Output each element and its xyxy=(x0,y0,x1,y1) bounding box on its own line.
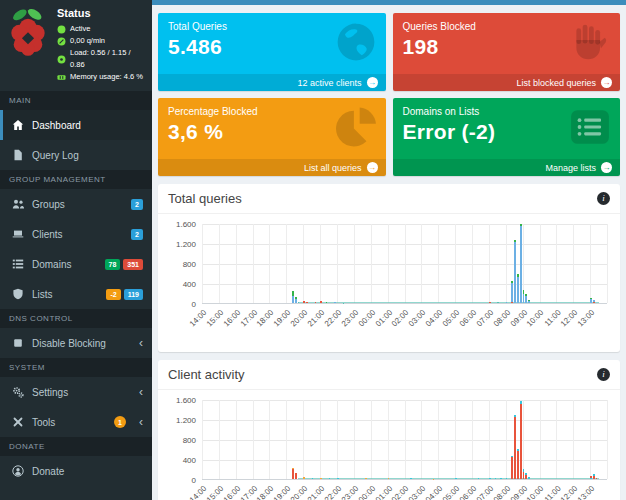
card-footer-link-domains-on-lists[interactable]: Manage lists→ xyxy=(393,159,621,176)
bar xyxy=(525,294,527,303)
pihole-admin-dashboard: Status Active0,00 q/minLoad: 0.56 / 1.15… xyxy=(0,0,626,500)
chevron-left-icon: ‹ xyxy=(139,416,143,428)
chart-panels: Total queriesi14:0015:0016:0017:0018:001… xyxy=(158,184,620,500)
bar xyxy=(334,302,336,303)
bar xyxy=(593,474,595,479)
bar xyxy=(523,290,525,303)
badge-group: 2 xyxy=(131,199,143,210)
y-axis-tick-label: 1.200 xyxy=(166,240,196,249)
card-domains-on-lists: Domains on ListsError (-2)Manage lists→ xyxy=(393,98,621,176)
gridline-vertical xyxy=(354,400,355,479)
bar xyxy=(520,224,522,303)
gridline-vertical xyxy=(590,224,591,303)
bar xyxy=(593,300,595,303)
status-item: 0,00 q/min xyxy=(57,35,146,47)
card-footer-link-queries-blocked[interactable]: List blocked queries→ xyxy=(393,74,621,91)
bar xyxy=(478,478,480,479)
sidebar-item-label: Donate xyxy=(32,466,64,477)
sidebar-item-groups[interactable]: Groups2 xyxy=(0,189,152,219)
bar-segment xyxy=(489,302,491,303)
bar xyxy=(303,477,305,479)
bar xyxy=(590,476,592,479)
sidebar-item-lists[interactable]: Lists-2119 xyxy=(0,279,152,309)
bar xyxy=(295,297,297,304)
gridline-vertical xyxy=(405,224,406,303)
baseline-activity-strip xyxy=(298,478,599,479)
main-content: Total Queries5.48612 active clients→Quer… xyxy=(152,5,626,500)
sidebar-item-clients[interactable]: Clients2 xyxy=(0,219,152,249)
bar xyxy=(433,479,435,480)
bar-segment xyxy=(388,478,390,479)
info-icon[interactable]: i xyxy=(597,368,610,381)
bar xyxy=(514,415,516,479)
status-badge: 1 xyxy=(114,416,126,428)
bar-segment xyxy=(295,473,297,479)
bar-segment xyxy=(520,404,522,480)
pie-chart-icon xyxy=(335,106,377,148)
bar-segment xyxy=(514,242,516,304)
bar xyxy=(320,301,322,303)
gridline-vertical xyxy=(320,400,321,479)
status-items: Active0,00 q/minLoad: 0.56 / 1.15 / 0.86… xyxy=(57,23,146,83)
chevron-left-icon: ‹ xyxy=(139,386,143,398)
gridline-vertical xyxy=(421,224,422,303)
badge-group: 1 xyxy=(114,416,126,428)
bar xyxy=(320,478,322,479)
bar-segment xyxy=(478,478,480,479)
bar-segment xyxy=(506,478,508,479)
card-footer-link-total-queries[interactable]: 12 active clients→ xyxy=(158,74,386,91)
bar xyxy=(303,301,305,303)
bar-segment xyxy=(511,283,513,302)
badge-group: 78351 xyxy=(105,259,143,270)
sidebar-section-header: GROUP MANAGEMENT xyxy=(0,170,152,189)
sidebar-section-header: MAIN xyxy=(0,91,152,110)
bar-segment xyxy=(320,478,322,479)
bar xyxy=(514,240,516,303)
bar xyxy=(343,303,345,304)
gridline-vertical xyxy=(607,400,608,479)
gridline-vertical xyxy=(269,224,270,303)
panel-total-queries-over-time: Total queriesi14:0015:0016:0017:0018:001… xyxy=(158,184,620,352)
sidebar-item-query-log[interactable]: Query Log xyxy=(0,140,152,170)
sidebar-item-donate[interactable]: Donate xyxy=(0,456,152,486)
gridline-vertical xyxy=(523,400,524,479)
bar xyxy=(590,298,592,303)
gridline-vertical xyxy=(236,400,237,479)
sidebar-item-domains[interactable]: Domains78351 xyxy=(0,249,152,279)
plot-area: 14:0015:0016:0017:0018:0019:0020:0021:00… xyxy=(202,224,607,304)
gridline-vertical xyxy=(506,400,507,479)
info-icon[interactable]: i xyxy=(597,192,610,205)
sidebar-item-disable-blocking[interactable]: Disable Blocking‹ xyxy=(0,328,152,358)
plot-area: 14:0015:0016:0017:0018:0019:0020:0021:00… xyxy=(202,400,607,480)
gridline-vertical xyxy=(371,224,372,303)
status-badge: 78 xyxy=(105,259,121,270)
bar xyxy=(365,478,367,479)
arrow-circle-right-icon: → xyxy=(601,77,612,88)
gridline-vertical xyxy=(219,400,220,479)
bar-segment xyxy=(306,302,308,303)
bar-segment xyxy=(326,302,328,303)
bar-segment xyxy=(455,478,457,479)
gridline-vertical xyxy=(320,224,321,303)
bar xyxy=(455,478,457,479)
card-footer-link-percentage-blocked[interactable]: List all queries→ xyxy=(158,159,386,176)
card-total-queries: Total Queries5.48612 active clients→ xyxy=(158,13,386,91)
bar-segment xyxy=(525,296,527,303)
pihole-raspberry-logo xyxy=(7,6,49,58)
card-percentage-blocked: Percentage Blocked3,6 %List all queries→ xyxy=(158,98,386,176)
bar-segment xyxy=(593,476,595,479)
sidebar-item-tools[interactable]: Tools1‹ xyxy=(0,407,152,437)
bar-segment xyxy=(343,303,345,304)
wrench-icon xyxy=(12,416,24,428)
bar xyxy=(517,449,519,479)
stop-icon xyxy=(12,337,24,349)
sidebar-item-dashboard[interactable]: Dashboard xyxy=(0,110,152,140)
bar-segment xyxy=(292,469,294,479)
bar-segment xyxy=(497,302,499,303)
gridline-vertical xyxy=(236,224,237,303)
bar-segment xyxy=(315,302,317,303)
sidebar-item-settings[interactable]: Settings‹ xyxy=(0,377,152,407)
bar xyxy=(525,473,527,479)
bar-segment xyxy=(520,226,522,303)
y-axis-tick-label: 800 xyxy=(166,260,196,269)
